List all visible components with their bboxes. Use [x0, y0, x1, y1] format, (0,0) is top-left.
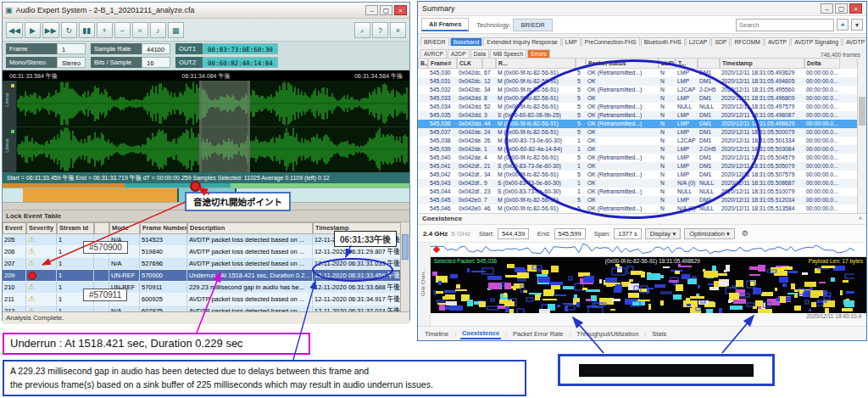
toolbar-level-meter-button[interactable]: ▮▮	[79, 22, 95, 38]
toolbar-zoom-in-button[interactable]: +	[97, 22, 113, 38]
add-search-button[interactable]: +	[837, 19, 849, 31]
tab-errors[interactable]: Errors	[527, 49, 550, 58]
event-table-scrollbar[interactable]	[400, 222, 409, 311]
bottom-tab-throughput-utilization[interactable]: Throughput/Utilization	[575, 329, 640, 339]
tab-mb-speech[interactable]: MB Speech	[490, 49, 526, 58]
frame-cell: 0x042dc...	[457, 77, 482, 86]
toolbar-close-view-button[interactable]: ×	[390, 22, 406, 38]
graph-axis-gutter: GHz Chan...	[418, 243, 431, 326]
bottom-tab-stats[interactable]: Stats	[650, 329, 668, 339]
frame-cell	[418, 111, 428, 120]
search-input[interactable]	[736, 19, 834, 31]
frame-col-timestamp[interactable]: Timestamp	[720, 58, 804, 69]
tab-avrcp[interactable]: AVRCP	[420, 49, 447, 58]
bottom-tab-packet-error-rate[interactable]: Packet Error Rate	[511, 329, 565, 339]
right-titlebar[interactable]: Summary – ▢ ×	[418, 2, 866, 16]
tab-br-edr[interactable]: BR/EDR	[420, 37, 449, 46]
event-cell: ⚠	[26, 234, 57, 245]
event-col-frame-number[interactable]: Frame Number	[140, 222, 187, 234]
search-menu-button[interactable]: ▾	[851, 19, 863, 31]
waveform-display[interactable]: Linear Linear	[3, 81, 409, 172]
frame-cell	[418, 86, 428, 94]
toolbar-audio-event-button[interactable]: ♪	[150, 22, 166, 38]
frame-col-blank[interactable]	[698, 58, 720, 69]
out2-address: 00:60:82:4A:14:84	[203, 57, 278, 68]
minimize-button[interactable]: –	[365, 5, 378, 15]
event-col-stream-id[interactable]: Stream Id	[57, 222, 94, 234]
event-row-211[interactable]: 211⚠1N/A600925AVDTP packet loss detected…	[3, 294, 409, 306]
tab-baseband[interactable]: Baseband	[450, 37, 483, 46]
span-value[interactable]: 1377 s	[614, 228, 642, 239]
tab-avdtp[interactable]: AVDTP	[765, 37, 790, 46]
maximize-button[interactable]: ▢	[835, 3, 848, 14]
band-2-4ghz-label[interactable]: 2.4 GHz	[423, 230, 448, 238]
event-row-210[interactable]: 210⚠1UN-REF570911229.23 millisecond gap …	[3, 282, 409, 294]
toolbar-grid-view-button[interactable]: ▦	[168, 22, 184, 38]
frame-cell: 0x042dc...	[457, 86, 482, 94]
close-button[interactable]: ×	[849, 3, 862, 14]
scrollbar-thumb[interactable]	[859, 97, 865, 126]
frame-cell: 545,033	[428, 94, 457, 103]
end-value[interactable]: 545,599	[554, 228, 586, 239]
tab-extended-inquiry-response[interactable]: Extended Inquiry Response	[483, 37, 561, 46]
gap-line-2: the previous frame(s) based on a sink bu…	[10, 378, 519, 391]
toolbar-zoom-out-button[interactable]: −	[114, 22, 131, 38]
event-col-blank[interactable]	[94, 222, 109, 234]
frame-col-frame[interactable]: Frame#	[428, 58, 457, 69]
toolbar-magnifier-button[interactable]: ⌕	[354, 22, 370, 38]
tab-technology-br-edr[interactable]: BR/EDR	[513, 19, 552, 31]
tab-l2cap[interactable]: L2CAP	[686, 37, 711, 46]
left-titlebar[interactable]: ▣ Audio Expert System - 2-B_1_20201211_a…	[3, 3, 409, 19]
collapse-chevron-icon[interactable]: ˄	[859, 214, 862, 224]
frame-value: 1	[57, 43, 86, 54]
toolbar-forward-button[interactable]: ▶▶	[42, 22, 59, 38]
scrollbar-thumb[interactable]	[402, 234, 409, 260]
frame-table-scrollbar[interactable]	[857, 58, 866, 213]
event-col-event[interactable]: Event	[3, 222, 26, 234]
spectrogram[interactable]: Selected Packet: 545,036 (0x00-9f-fc-82-…	[431, 257, 866, 313]
toolbar-play-button[interactable]: ▶	[25, 22, 41, 38]
event-col-description[interactable]: Description	[187, 222, 313, 234]
tab-all-frames[interactable]: All Frames	[421, 18, 469, 31]
frame-callout-570900: #570900	[83, 241, 128, 254]
tab-a2dp[interactable]: A2DP	[448, 49, 470, 58]
tab-rfcomm[interactable]: RFCOMM	[731, 37, 764, 46]
frame-col-b[interactable]: B...	[418, 58, 428, 69]
tab-data[interactable]: Data	[470, 49, 489, 58]
frame-cell: 52	[482, 103, 496, 111]
tab-bluetooth-fhs[interactable]: Bluetooth FHS	[641, 37, 685, 46]
bottom-tab-coexistence[interactable]: Coexistence	[460, 328, 501, 339]
frame-col-clk[interactable]: CLK	[457, 58, 482, 69]
toolbar-help-button[interactable]: ?	[372, 22, 388, 38]
event-cell	[94, 270, 109, 281]
frame-col-r[interactable]: R...	[496, 58, 576, 69]
tab-avdtp-signaling[interactable]: AVDTP Signaling	[791, 37, 842, 46]
graph-end-time: 2020/12/11 18:40:10.4	[431, 313, 866, 320]
utilization-line-strip[interactable]	[431, 243, 866, 257]
band-5ghz-label[interactable]: 5 GHz	[451, 230, 470, 238]
tab-avdtp-media[interactable]: AVDTP Media	[843, 37, 866, 46]
toolbar-loop-button[interactable]: ↻	[61, 22, 77, 38]
event-col-severity[interactable]: Severity	[26, 222, 57, 234]
event-row-212[interactable]: 212⚠1N/A607875AVDTP packet loss detected…	[3, 306, 409, 311]
toolbar-rewind-button[interactable]: ◀◀	[6, 22, 23, 38]
tab-lmp[interactable]: LMP	[562, 37, 581, 46]
event-row-206[interactable]: 206⚠1N/A519840AVDTP packet loss detected…	[3, 246, 409, 258]
selection-region[interactable]	[199, 81, 250, 172]
event-cell: 527696	[140, 258, 187, 269]
start-value[interactable]: 544,439	[498, 228, 529, 239]
minimize-button[interactable]: –	[821, 3, 833, 14]
tab-sdp[interactable]: SDP	[711, 37, 730, 46]
frame-col-blank[interactable]	[482, 58, 496, 69]
display-dropdown[interactable]: Display ▾	[645, 228, 681, 239]
maximize-button[interactable]: ▢	[380, 5, 392, 15]
tab-preconnection-fhs[interactable]: PreConnection-FHS	[581, 37, 640, 46]
gear-icon[interactable]: ⚙	[742, 229, 748, 238]
frame-col-delta[interactable]: Delta	[804, 58, 840, 69]
optimization-dropdown[interactable]: Optimization ▾	[684, 228, 735, 239]
close-button[interactable]: ×	[394, 5, 407, 15]
toolbar-waveform-view-button[interactable]: ≈	[132, 22, 148, 38]
timestamp-highlight-ellipse	[312, 258, 393, 282]
event-col-mode[interactable]: Mode	[109, 222, 140, 234]
bottom-tab-timeline[interactable]: Timeline	[423, 329, 450, 339]
